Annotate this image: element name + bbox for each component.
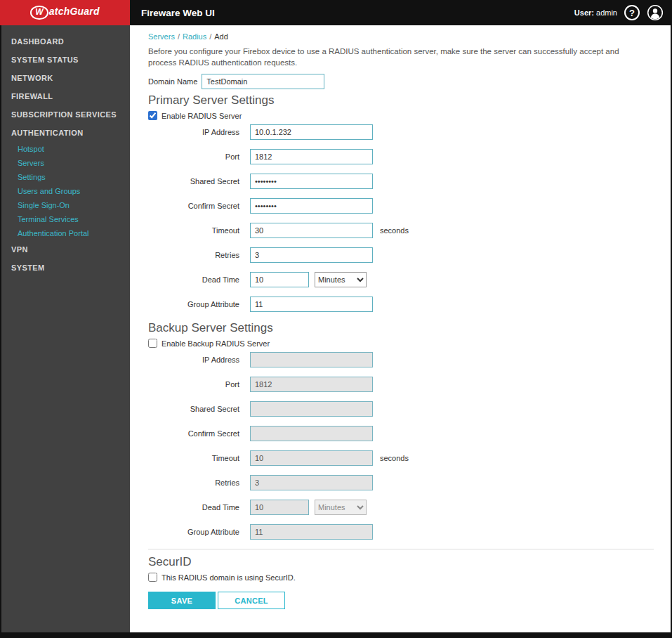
backup-timeout-suffix: seconds xyxy=(380,454,409,462)
backup-port-row: Port xyxy=(148,377,654,392)
backup-deadtime-label: Dead Time xyxy=(148,503,239,512)
sidebar-subitem-settings[interactable]: Settings xyxy=(1,170,130,184)
primary-shared-secret-row: Shared Secret xyxy=(148,174,654,189)
primary-retries-row: Retries xyxy=(148,247,654,263)
sidebar-subitem-single-sign-on[interactable]: Single Sign-On xyxy=(1,198,130,212)
primary-deadtime-unit-select[interactable]: Minutes xyxy=(315,272,367,287)
primary-port-row: Port xyxy=(148,149,654,164)
backup-ip-row: IP Address xyxy=(148,352,654,367)
breadcrumb-radius-link[interactable]: Radius xyxy=(183,32,206,41)
enable-radius-checkbox[interactable] xyxy=(148,111,157,120)
primary-ip-row: IP Address xyxy=(148,124,654,140)
primary-deadtime-row: Dead Time Minutes xyxy=(148,272,654,287)
user-label: User: xyxy=(574,8,594,17)
watchguard-logo[interactable]: WatchGuard xyxy=(0,0,130,25)
securid-section-title: SecurID xyxy=(148,555,654,569)
backup-group-attribute-input[interactable] xyxy=(250,524,373,540)
sidebar-item-subscription-services[interactable]: SUBSCRIPTION SERVICES xyxy=(1,105,130,124)
primary-confirm-secret-input[interactable] xyxy=(250,198,373,214)
primary-ip-label: IP Address xyxy=(148,128,239,136)
backup-port-input[interactable] xyxy=(250,377,373,392)
main-content: Servers/Radius/Add Before you configure … xyxy=(130,25,671,632)
enable-backup-radius-checkbox[interactable] xyxy=(148,339,157,348)
primary-retries-label: Retries xyxy=(148,251,239,259)
primary-deadtime-input[interactable] xyxy=(250,272,309,287)
primary-shared-secret-input[interactable] xyxy=(250,174,373,189)
body-row: DASHBOARD SYSTEM STATUS NETWORK FIREWALL… xyxy=(1,25,671,632)
backup-shared-secret-input[interactable] xyxy=(250,401,373,417)
sidebar-subitem-authentication-portal[interactable]: Authentication Portal xyxy=(1,226,130,240)
domain-name-input[interactable] xyxy=(202,74,324,89)
authentication-submenu: Hotspot Servers Settings Users and Group… xyxy=(1,142,130,240)
app-title: Fireware Web UI xyxy=(141,8,215,18)
primary-ip-input[interactable] xyxy=(250,124,373,140)
user-name: admin xyxy=(596,8,617,17)
sidebar-item-system-status[interactable]: SYSTEM STATUS xyxy=(1,51,130,69)
securid-row: This RADIUS domain is using SecurID. xyxy=(148,573,654,582)
backup-group-attribute-row: Group Attribute xyxy=(148,524,654,540)
primary-timeout-label: Timeout xyxy=(148,226,239,235)
sidebar-subitem-users-and-groups[interactable]: Users and Groups xyxy=(1,184,130,198)
breadcrumb-separator: / xyxy=(178,32,180,41)
sidebar-item-authentication[interactable]: AUTHENTICATION xyxy=(1,124,130,142)
primary-timeout-row: Timeout seconds xyxy=(148,223,654,238)
user-indicator: User: admin xyxy=(574,8,617,17)
watchguard-logo-text: WatchGuard xyxy=(30,6,99,19)
backup-deadtime-row: Dead Time Minutes xyxy=(148,500,654,515)
domain-name-label: Domain Name xyxy=(148,77,197,86)
securid-checkbox-label: This RADIUS domain is using SecurID. xyxy=(162,573,296,582)
intro-text: Before you configure your Firebox device… xyxy=(148,46,633,68)
save-button[interactable]: SAVE xyxy=(148,592,216,609)
primary-retries-input[interactable] xyxy=(250,247,373,263)
header-right: User: admin ? xyxy=(574,4,664,21)
primary-group-attribute-input[interactable] xyxy=(250,297,373,312)
breadcrumb: Servers/Radius/Add xyxy=(148,32,654,41)
sidebar-item-dashboard[interactable]: DASHBOARD xyxy=(1,32,130,51)
user-account-icon[interactable] xyxy=(647,4,664,21)
sidebar: DASHBOARD SYSTEM STATUS NETWORK FIREWALL… xyxy=(1,25,130,632)
sidebar-subitem-terminal-services[interactable]: Terminal Services xyxy=(1,212,130,226)
action-buttons: SAVE CANCEL xyxy=(148,592,654,609)
primary-timeout-input[interactable] xyxy=(250,223,373,238)
cancel-button[interactable]: CANCEL xyxy=(218,592,285,609)
breadcrumb-current: Add xyxy=(214,32,228,41)
backup-ip-label: IP Address xyxy=(148,356,239,364)
backup-confirm-secret-label: Confirm Secret xyxy=(148,429,239,438)
primary-timeout-suffix: seconds xyxy=(380,226,409,235)
backup-deadtime-unit-select[interactable]: Minutes xyxy=(315,500,367,515)
primary-shared-secret-label: Shared Secret xyxy=(148,177,239,185)
backup-timeout-row: Timeout seconds xyxy=(148,450,654,466)
enable-radius-label: Enable RADIUS Server xyxy=(162,112,242,120)
sidebar-item-system[interactable]: SYSTEM xyxy=(1,259,130,277)
breadcrumb-servers-link[interactable]: Servers xyxy=(148,32,175,41)
backup-group-attribute-label: Group Attribute xyxy=(148,528,239,536)
backup-deadtime-input[interactable] xyxy=(250,500,309,515)
backup-shared-secret-label: Shared Secret xyxy=(148,405,239,413)
backup-retries-input[interactable] xyxy=(250,475,373,490)
primary-section-title: Primary Server Settings xyxy=(148,93,654,108)
sidebar-item-network[interactable]: NETWORK xyxy=(1,69,130,87)
primary-confirm-secret-row: Confirm Secret xyxy=(148,198,654,214)
domain-name-row: Domain Name xyxy=(148,74,654,89)
sidebar-subitem-hotspot[interactable]: Hotspot xyxy=(1,142,130,156)
help-icon[interactable]: ? xyxy=(624,5,640,20)
securid-section: SecurID This RADIUS domain is using Secu… xyxy=(148,549,654,582)
securid-checkbox[interactable] xyxy=(148,573,157,582)
sidebar-item-firewall[interactable]: FIREWALL xyxy=(1,87,130,105)
primary-group-attribute-label: Group Attribute xyxy=(148,300,239,308)
backup-port-label: Port xyxy=(148,380,239,389)
backup-timeout-input[interactable] xyxy=(250,450,373,466)
backup-confirm-secret-row: Confirm Secret xyxy=(148,426,654,441)
primary-port-input[interactable] xyxy=(250,149,373,164)
page: WatchGuard Fireware Web UI User: admin ?… xyxy=(0,0,672,638)
backup-shared-secret-row: Shared Secret xyxy=(148,401,654,417)
backup-confirm-secret-input[interactable] xyxy=(250,426,373,441)
enable-backup-radius-label: Enable Backup RADIUS Server xyxy=(162,339,270,348)
sidebar-item-vpn[interactable]: VPN xyxy=(1,240,130,259)
primary-port-label: Port xyxy=(148,152,239,161)
backup-section-title: Backup Server Settings xyxy=(148,321,654,335)
backup-ip-input[interactable] xyxy=(250,352,373,367)
top-header: WatchGuard Fireware Web UI User: admin ? xyxy=(0,0,672,25)
header-bar: Fireware Web UI User: admin ? xyxy=(130,0,672,25)
sidebar-subitem-servers[interactable]: Servers xyxy=(1,156,130,170)
